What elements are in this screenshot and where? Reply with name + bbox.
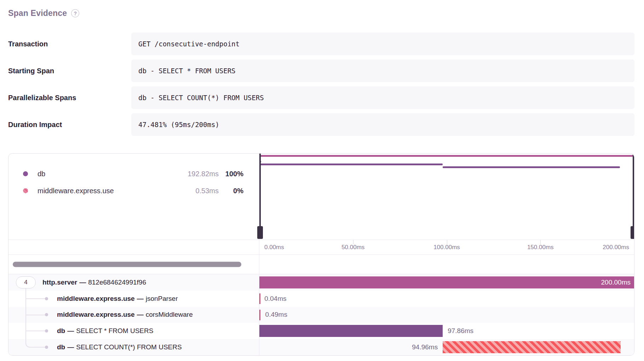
span-row-jsonparser[interactable]: middleware.express.use—jsonParser 0.04ms <box>8 291 634 307</box>
span-duration-label: 0.49ms <box>260 311 287 319</box>
span-duration-label: 200.00ms <box>601 276 631 288</box>
span-title: db—SELECT * FROM USERS <box>57 327 153 335</box>
span-title: db—SELECT COUNT(*) FROM USERS <box>57 343 182 351</box>
field-value: db - SELECT COUNT(*) FROM USERS <box>131 86 634 109</box>
separator: — <box>137 295 144 302</box>
span-bar-track: 200.00ms <box>259 274 634 291</box>
span-bar-track: 0.49ms <box>259 307 634 323</box>
field-label: Duration Impact <box>8 113 131 136</box>
drag-grip-icon[interactable] <box>257 226 263 239</box>
field-label: Parallelizable Spans <box>8 86 131 109</box>
span-title: middleware.express.use—jsonParser <box>57 295 178 303</box>
tree-connector <box>25 315 46 315</box>
separator: — <box>67 327 74 334</box>
span-duration-label: 97.86ms <box>443 327 473 335</box>
legend-percent: 100% <box>219 170 243 178</box>
scrollbar-right-spacer <box>259 255 634 274</box>
span-op: db <box>57 327 65 334</box>
axis-label: 150.00ms <box>527 244 554 251</box>
legend-name: db <box>38 170 169 178</box>
span-row-db-select[interactable]: db—SELECT * FROM USERS 97.86ms <box>8 323 634 339</box>
field-row-duration-impact: Duration Impact 47.481% (95ms/200ms) <box>8 113 634 136</box>
drag-grip-icon[interactable] <box>631 226 634 239</box>
tree-node-dot-icon <box>45 346 48 349</box>
field-value: 47.481% (95ms/200ms) <box>131 113 634 136</box>
legend-dot-icon <box>23 171 28 176</box>
span-bar-track: 94.96ms <box>259 339 634 355</box>
tree-node-dot-icon <box>45 330 48 333</box>
span-row-corsmiddleware[interactable]: middleware.express.use—corsMiddleware 0.… <box>8 307 634 323</box>
minimap-section: db 192.82ms 100% middleware.express.use … <box>8 154 634 240</box>
field-row-transaction: Transaction GET /consecutive-endpoint <box>8 33 634 55</box>
field-row-parallelizable-spans: Parallelizable Spans db - SELECT COUNT(*… <box>8 86 634 109</box>
panel-header: Span Evidence ? <box>8 8 79 18</box>
span-op: db <box>57 343 65 351</box>
scrollbar-thumb[interactable] <box>13 262 241 267</box>
minimap-span-lines <box>260 154 633 240</box>
tree-node-dot-icon <box>45 313 48 316</box>
span-title: http.server—812e684624991f96 <box>42 279 146 286</box>
tree-connector <box>25 298 46 299</box>
time-axis: 0.00ms 50.00ms 100.00ms 150.00ms 200.00m… <box>259 240 634 254</box>
span-op: http.server <box>42 279 77 286</box>
span-row-http-server[interactable]: 4 http.server—812e684624991f96 200.00ms <box>8 274 634 291</box>
field-row-starting-span: Starting Span db - SELECT * FROM USERS <box>8 59 634 82</box>
axis-label: 0.00ms <box>264 244 284 251</box>
evidence-fields: Transaction GET /consecutive-endpoint St… <box>8 33 634 140</box>
minimap[interactable] <box>259 154 634 240</box>
span-description: SELECT * FROM USERS <box>76 327 153 334</box>
field-value: GET /consecutive-endpoint <box>131 33 634 55</box>
span-waterfall-card: db 192.82ms 100% middleware.express.use … <box>8 153 634 356</box>
separator: — <box>79 279 86 286</box>
span-op: middleware.express.use <box>57 295 135 302</box>
legend-item-middleware[interactable]: middleware.express.use 0.53ms 0% <box>8 182 259 199</box>
span-description: jsonParser <box>146 295 178 302</box>
minimap-span-line <box>443 166 620 168</box>
field-label: Starting Span <box>8 59 131 82</box>
span-evidence-panel: Span Evidence ? Transaction GET /consecu… <box>0 0 644 361</box>
field-value: db - SELECT * FROM USERS <box>131 59 634 82</box>
span-title: middleware.express.use—corsMiddleware <box>57 311 193 319</box>
span-bar[interactable] <box>259 325 443 337</box>
axis-label: 200.00ms <box>603 244 629 251</box>
axis-label: 50.00ms <box>341 244 364 251</box>
span-bar-track: 0.04ms <box>259 291 634 307</box>
span-description: 812e684624991f96 <box>88 279 146 286</box>
span-duration-label: 0.04ms <box>259 295 286 303</box>
span-bar[interactable] <box>443 341 621 353</box>
span-bar-track: 97.86ms <box>259 323 634 339</box>
minimap-span-line <box>260 164 443 165</box>
legend-item-db[interactable]: db 192.82ms 100% <box>8 165 259 182</box>
legend-name: middleware.express.use <box>38 187 169 195</box>
scrollbar-section <box>8 254 634 274</box>
span-row-db-select-count[interactable]: db—SELECT COUNT(*) FROM USERS 94.96ms <box>8 339 634 355</box>
axis-left-spacer <box>8 240 259 254</box>
tree-node-dot-icon <box>45 297 48 300</box>
minimap-left-handle[interactable] <box>259 154 261 239</box>
minimap-right-handle[interactable] <box>633 154 634 239</box>
tree-connector <box>25 331 46 331</box>
span-description: corsMiddleware <box>146 311 193 318</box>
span-count-pill[interactable]: 4 <box>16 276 36 288</box>
legend-percent: 0% <box>219 187 243 195</box>
span-op: middleware.express.use <box>57 311 135 318</box>
field-label: Transaction <box>8 33 131 55</box>
legend-duration: 0.53ms <box>169 187 219 195</box>
legend-duration: 192.82ms <box>169 170 219 178</box>
tree-scrollbar-track <box>8 255 259 274</box>
tree-connector <box>25 339 47 348</box>
legend-panel: db 192.82ms 100% middleware.express.use … <box>8 154 259 240</box>
span-bar[interactable]: 200.00ms <box>259 276 634 288</box>
minimap-span-line <box>260 155 633 157</box>
legend-dot-icon <box>23 188 28 193</box>
page-title: Span Evidence <box>8 8 67 18</box>
span-duration-label: 94.96ms <box>412 343 443 351</box>
separator: — <box>137 311 144 318</box>
axis-label: 100.00ms <box>433 244 460 251</box>
span-description: SELECT COUNT(*) FROM USERS <box>76 343 182 351</box>
help-icon[interactable]: ? <box>71 9 79 17</box>
separator: — <box>67 343 74 351</box>
time-axis-section: 0.00ms 50.00ms 100.00ms 150.00ms 200.00m… <box>8 240 634 254</box>
